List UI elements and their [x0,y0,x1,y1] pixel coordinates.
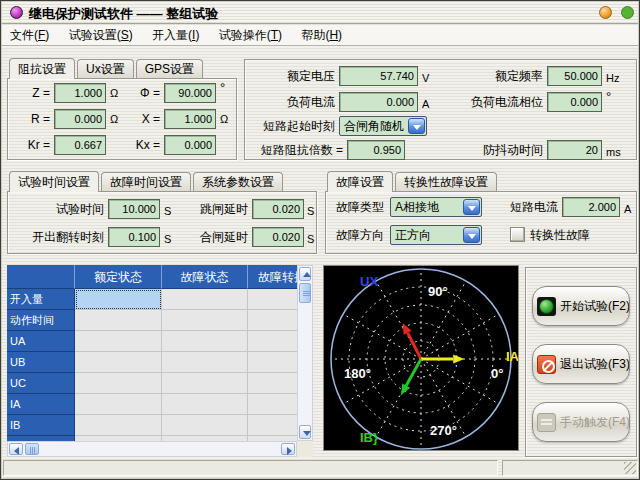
table-cell[interactable] [162,331,248,352]
app-icon [10,6,23,19]
table-row: IB [7,415,297,436]
table-row: UB [7,352,297,373]
x-label: X = [120,109,160,129]
table-cell[interactable] [75,373,162,394]
rated-frequency-field[interactable]: 50.000 [547,66,602,86]
table-cell[interactable] [248,331,297,352]
rated-frequency-unit: Hz [606,68,619,88]
tab-convertible-fault-settings[interactable]: 转换性故障设置 [395,172,497,192]
load-phase-field[interactable]: 0.000 [547,92,602,112]
fault-type-dropdown[interactable]: A相接地 [390,197,482,217]
tab-ux-settings[interactable]: Ux设置 [77,59,134,79]
table-cell[interactable] [75,310,162,331]
row-header: 动作时间 [7,310,75,331]
z-field[interactable]: 1.000 [54,83,106,103]
window-title: 继电保护测试软件 —— 整组试验 [29,5,218,23]
table-row: IA [7,394,297,415]
tab-fault-time[interactable]: 故障时间设置 [101,172,191,192]
tab-test-time[interactable]: 试验时间设置 [9,171,99,192]
menu-binary-input[interactable]: 开入量(I) [144,25,207,46]
table-cell[interactable] [248,352,297,373]
scroll-down-button[interactable] [299,425,311,439]
table-cell[interactable] [248,289,297,310]
status-bar-left [3,460,498,476]
x-field[interactable]: 1.000 [164,109,216,129]
exit-test-label: 退出试验(F3) [560,356,630,373]
row-header: IB [7,415,75,436]
table-row: UC [7,373,297,394]
menu-test-operation[interactable]: 试验操作(T) [211,25,290,46]
arrow-right-icon [287,447,292,455]
scroll-right-button[interactable] [281,443,295,455]
tab-gps-settings[interactable]: GPS设置 [136,59,203,79]
table-cell[interactable] [162,415,248,436]
exit-test-button[interactable]: 退出试验(F3) [532,344,630,384]
exit-test-icon [537,355,556,374]
close-button[interactable] [621,6,634,19]
table-cell[interactable] [75,415,162,436]
load-current-field[interactable]: 0.000 [339,92,418,112]
table-cell[interactable] [248,373,297,394]
rated-voltage-field[interactable]: 57.740 [339,66,418,86]
resize-grip[interactable] [624,462,636,474]
trip-delay-unit: S [307,201,314,221]
z-label: Z = [14,83,50,103]
table-cell[interactable] [248,415,297,436]
table-cell[interactable] [162,394,248,415]
vertical-scroll-thumb[interactable] [299,283,311,303]
minimize-button[interactable] [599,6,612,19]
table-cell[interactable] [162,289,248,310]
debounce-field[interactable]: 20 [547,140,602,160]
chevron-down-icon[interactable] [463,227,480,243]
phi-label: Φ = [120,83,160,103]
table-corner [7,265,75,289]
table-cell[interactable] [75,394,162,415]
menu-test-settings[interactable]: 试验设置(S) [61,25,141,46]
title-bar[interactable]: 继电保护测试软件 —— 整组试验 [2,2,638,24]
x-unit: Ω [220,109,228,129]
scroll-left-button[interactable] [9,443,23,455]
table-cell[interactable] [248,394,297,415]
menu-help[interactable]: 帮助(H) [293,25,350,46]
table-cell[interactable] [248,310,297,331]
chevron-down-icon[interactable] [408,118,425,134]
impedance-multiple-field[interactable]: 0.950 [347,140,405,160]
phi-unit: ° [220,81,225,101]
convertible-fault-checkbox[interactable] [510,227,525,242]
debounce-label: 防抖动时间 [425,140,543,160]
tab-impedance-settings[interactable]: 阻抗设置 [9,58,75,79]
kx-field[interactable]: 0.000 [164,135,216,155]
short-start-dropdown[interactable]: 合闸角随机 [339,116,427,136]
table-vertical-scrollbar[interactable] [297,265,313,441]
r-field[interactable]: 0.000 [54,109,106,129]
test-time-field[interactable]: 10.000 [108,199,160,219]
scroll-up-button[interactable] [299,267,311,281]
load-phase-unit: ° [606,90,611,110]
table-cell-selected[interactable] [75,289,162,310]
phasor-label-90: 90° [428,284,448,299]
close-delay-field[interactable]: 0.020 [252,227,304,247]
flip-time-field[interactable]: 0.100 [108,227,160,247]
table-cell[interactable] [162,310,248,331]
start-test-button[interactable]: 开始试验(F2) [532,286,630,326]
impedance-tabstrip: 阻抗设置Ux设置GPS设置 [9,58,205,79]
table-horizontal-scrollbar[interactable] [7,441,297,457]
table-cell[interactable] [75,352,162,373]
phasor-label-ux: UX [360,274,378,289]
tab-system-params[interactable]: 系统参数设置 [193,172,283,192]
menu-file[interactable]: 文件(F) [2,25,57,46]
phasor-vector-arrowhead [453,355,464,364]
table-cell[interactable] [162,352,248,373]
horizontal-scroll-thumb[interactable] [25,443,39,455]
short-current-field[interactable]: 2.000 [562,197,620,217]
fault-type-label: 故障类型 [332,197,384,217]
table-cell[interactable] [162,373,248,394]
chevron-down-icon[interactable] [463,199,480,215]
kr-field[interactable]: 0.667 [54,135,106,155]
trip-delay-field[interactable]: 0.020 [252,199,304,219]
fault-direction-dropdown[interactable]: 正方向 [390,225,482,245]
table-cell[interactable] [75,331,162,352]
rated-frequency-label: 额定频率 [425,66,543,86]
tab-fault-settings[interactable]: 故障设置 [327,171,393,192]
phi-field[interactable]: 90.000 [164,83,216,103]
